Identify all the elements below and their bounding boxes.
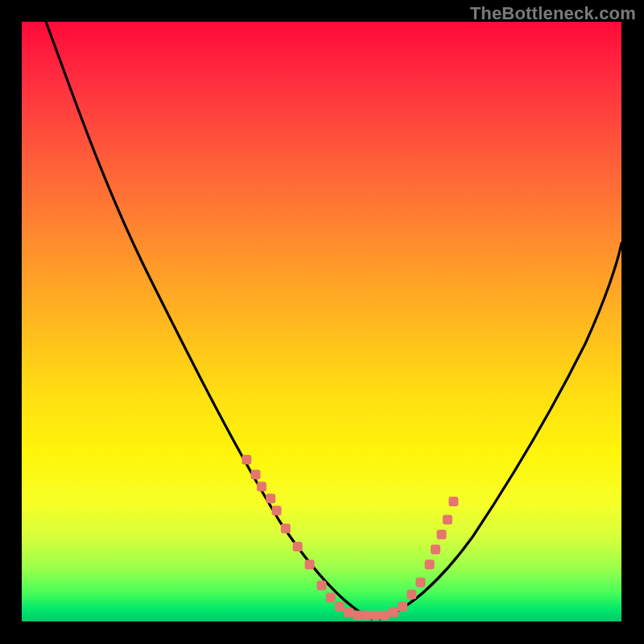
marker-dot [272,506,282,515]
right-curve [380,243,621,619]
watermark-text: TheBottleneck.com [470,3,636,24]
marker-dot [380,611,390,621]
marker-dot [415,578,425,588]
marker-dot [326,592,336,602]
marker-dot [344,608,353,617]
plot-area [22,22,621,621]
marker-dot [251,470,261,480]
marker-dot [335,601,345,611]
marker-dot [389,608,398,617]
marker-dot [431,545,440,555]
marker-dot [371,611,381,621]
marker-dot [407,590,416,600]
marker-dot [305,559,315,569]
marker-layer [242,455,458,621]
marker-dot [317,580,327,590]
marker-dot [353,611,362,621]
chart-svg [22,22,621,621]
marker-dot [293,542,303,551]
marker-dot [266,493,275,503]
marker-dot [398,601,407,611]
marker-dot [361,611,371,621]
marker-dot [242,455,251,464]
marker-dot [281,524,291,534]
marker-dot [437,530,447,539]
marker-dot [448,497,458,506]
left-curve [46,22,372,619]
chart-stage: TheBottleneck.com [0,0,644,644]
marker-dot [257,481,266,491]
marker-dot [425,559,435,569]
marker-dot [443,514,452,524]
curve-layer [46,22,621,619]
